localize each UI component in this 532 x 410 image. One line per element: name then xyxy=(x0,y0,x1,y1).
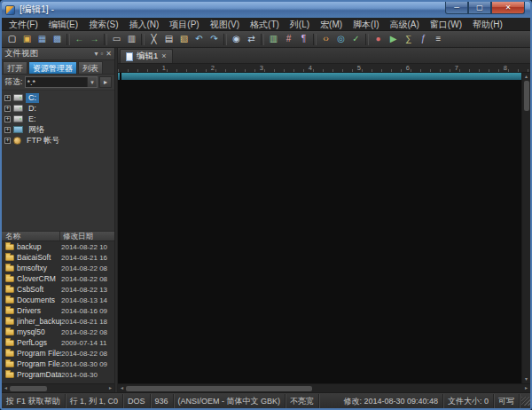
sidebar-tab-explorer[interactable]: 资源管理器 xyxy=(28,61,77,74)
filter-apply-button[interactable]: ▸ xyxy=(99,76,112,88)
menu-item[interactable]: 项目(P) xyxy=(164,18,204,31)
tree-item[interactable]: + C: xyxy=(2,92,114,103)
file-row[interactable]: mysql50 2014-08-22 08 xyxy=(2,327,114,337)
separator[interactable] xyxy=(141,34,145,45)
hex-edit-icon[interactable]: # xyxy=(282,32,296,46)
replace-icon[interactable]: ⇄ xyxy=(245,32,259,46)
scrollbar-thumb[interactable] xyxy=(10,386,47,391)
menu-item[interactable]: 窗口(W) xyxy=(425,18,467,31)
menu-item[interactable]: 搜索(S) xyxy=(83,18,123,31)
menu-item[interactable]: 脚本(I) xyxy=(348,18,384,31)
panel-close-icon[interactable]: ✕ xyxy=(106,49,112,59)
scroll-right-icon[interactable]: ▸ xyxy=(522,384,530,392)
print-preview-icon[interactable]: ▥ xyxy=(125,32,139,46)
separator[interactable] xyxy=(66,34,70,45)
tab-close-icon[interactable]: × xyxy=(161,52,166,60)
editor-horizontal-scrollbar[interactable]: ◂ ▸ xyxy=(118,383,530,392)
filter-input[interactable] xyxy=(26,77,87,87)
file-row[interactable]: BaicaiSoft 2014-08-21 16 xyxy=(2,252,114,263)
file-row[interactable]: Documents 2014-08-13 14 xyxy=(2,295,114,305)
file-row[interactable]: Program File... 2014-08-30 09 xyxy=(2,359,114,369)
file-row[interactable]: ProgramData 2014-08-30 xyxy=(2,369,114,380)
close-button[interactable]: ✕ xyxy=(491,2,525,14)
print-icon[interactable]: ▭ xyxy=(110,32,124,46)
separator[interactable] xyxy=(104,34,107,45)
separator[interactable] xyxy=(223,34,227,45)
script-icon[interactable]: ∑ xyxy=(402,32,416,46)
menu-item[interactable]: 文件(F) xyxy=(4,18,43,31)
maximize-button[interactable]: ▢ xyxy=(468,2,491,14)
undo-icon[interactable]: ↶ xyxy=(192,32,207,46)
tree-item[interactable]: + 网络 xyxy=(2,124,114,135)
save-icon[interactable]: ▦ xyxy=(35,32,50,46)
menu-item[interactable]: 列(L) xyxy=(285,18,315,31)
menu-item[interactable]: 宏(M) xyxy=(315,18,348,31)
expand-icon[interactable]: + xyxy=(4,106,11,112)
sidebar-tab-list[interactable]: 列表 xyxy=(78,61,103,74)
expand-icon[interactable]: + xyxy=(4,127,11,133)
scrollbar-thumb[interactable] xyxy=(524,81,529,111)
resize-grip-icon[interactable] xyxy=(521,397,530,406)
open-file-icon[interactable]: ▣ xyxy=(20,32,35,46)
html-icon[interactable]: ‹› xyxy=(319,32,333,46)
file-row[interactable]: CsbSoft 2014-08-22 13 xyxy=(2,284,114,295)
separator[interactable] xyxy=(365,34,369,45)
new-file-icon[interactable]: ▢ xyxy=(5,32,20,46)
scroll-up-icon[interactable]: ▴ xyxy=(525,73,528,81)
minimize-button[interactable]: ─ xyxy=(445,2,468,14)
find-icon[interactable]: ◉ xyxy=(230,32,244,46)
file-row[interactable]: backup 2014-08-22 10 xyxy=(2,241,114,252)
menu-item[interactable]: 帮助(H) xyxy=(467,18,508,31)
column-mode-icon[interactable]: ▥ xyxy=(267,32,281,46)
editor-vertical-scrollbar[interactable]: ▴ ▾ xyxy=(521,73,530,383)
file-row[interactable]: jinher_backup 2014-08-21 18 xyxy=(2,316,114,327)
title-bar[interactable]: [编辑1] - ─ ▢ ✕ xyxy=(2,2,530,18)
expand-icon[interactable]: + xyxy=(4,138,11,144)
menu-item[interactable]: 插入(N) xyxy=(123,18,164,31)
spell-check-icon[interactable]: ✓ xyxy=(349,32,364,46)
sidebar-horizontal-scrollbar[interactable]: ◂ ▸ xyxy=(2,383,114,392)
separator[interactable] xyxy=(261,34,264,45)
menu-item[interactable]: 视图(V) xyxy=(205,18,245,31)
browser-icon[interactable]: ◎ xyxy=(334,32,348,46)
copy-icon[interactable]: ▤ xyxy=(162,32,176,46)
scroll-right-icon[interactable]: ▸ xyxy=(106,384,114,392)
scroll-left-icon[interactable]: ◂ xyxy=(118,384,126,392)
sidebar-tab-open[interactable]: 打开 xyxy=(3,61,27,74)
editor-content[interactable]: ▴ ▾ xyxy=(118,73,530,383)
filter-dropdown-icon[interactable]: ▾ xyxy=(87,77,97,87)
file-row[interactable]: PerfLogs 2009-07-14 11 xyxy=(2,337,114,348)
scrollbar-thumb[interactable] xyxy=(126,386,312,391)
file-row[interactable]: Drivers 2014-08-16 09 xyxy=(2,305,114,316)
expand-icon[interactable]: + xyxy=(4,95,11,101)
macro-play-icon[interactable]: ▶ xyxy=(387,32,401,46)
cut-icon[interactable]: ╳ xyxy=(147,32,161,46)
scroll-left-icon[interactable]: ◂ xyxy=(2,384,10,392)
menu-item[interactable]: 格式(T) xyxy=(245,18,285,31)
column-date[interactable]: 修改日期 xyxy=(60,232,114,240)
file-row[interactable]: bmsoftxy 2014-08-22 08 xyxy=(2,263,114,273)
forward-icon[interactable]: → xyxy=(88,32,102,46)
column-name[interactable]: 名称 xyxy=(2,232,60,240)
tree-item[interactable]: + E: xyxy=(2,114,114,124)
back-icon[interactable]: ← xyxy=(73,32,87,46)
separator[interactable] xyxy=(313,34,317,45)
scroll-down-icon[interactable]: ▾ xyxy=(525,375,528,383)
redo-icon[interactable]: ↷ xyxy=(207,32,222,46)
syntax-icon[interactable]: ¶ xyxy=(297,32,311,46)
file-row[interactable]: Program Files 2014-08-22 08 xyxy=(2,348,114,359)
save-all-icon[interactable]: ▩ xyxy=(51,32,65,46)
menu-item[interactable]: 高级(A) xyxy=(385,18,425,31)
tree-item[interactable]: + FTP 帐号 xyxy=(2,135,114,146)
macro-record-icon[interactable]: ● xyxy=(372,32,386,46)
tree-item[interactable]: + D: xyxy=(2,103,114,114)
expand-icon[interactable]: + xyxy=(4,116,11,122)
pin-icon[interactable]: ▫ xyxy=(100,49,103,59)
document-tab[interactable]: 编辑1 × xyxy=(120,49,173,63)
paste-icon[interactable]: ▧ xyxy=(177,32,192,46)
settings-icon[interactable]: ≡ xyxy=(432,32,446,46)
file-row[interactable]: CloverCRM 2014-08-22 08 xyxy=(2,273,114,284)
chevron-down-icon[interactable]: ▾ xyxy=(94,49,98,59)
function-list-icon[interactable]: ƒ xyxy=(417,32,431,46)
menu-item[interactable]: 编辑(E) xyxy=(43,18,83,31)
